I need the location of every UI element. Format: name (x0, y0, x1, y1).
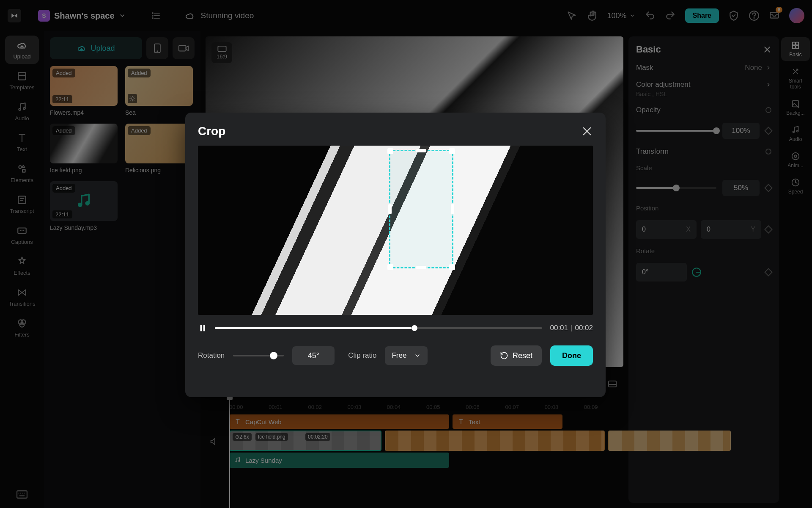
crop-handle-top[interactable] (416, 149, 426, 152)
close-icon[interactable] (581, 125, 593, 137)
crop-handle-bl[interactable] (387, 264, 393, 270)
clip-ratio-value: Free (392, 351, 406, 360)
clip-ratio-label: Clip ratio (348, 351, 376, 360)
crop-modal: Crop 00:01|00:02 Rotation 45° Clip ratio… (185, 113, 606, 397)
rotation-value[interactable]: 45° (292, 346, 335, 365)
crop-handle-left[interactable] (388, 204, 392, 214)
crop-handle-tr[interactable] (449, 148, 455, 154)
svg-rect-62 (203, 325, 205, 331)
crop-selection[interactable] (389, 150, 453, 268)
clip-ratio-dropdown[interactable]: Free (385, 346, 428, 365)
crop-stage[interactable] (198, 146, 593, 315)
crop-handle-right[interactable] (451, 204, 454, 214)
reset-button[interactable]: Reset (491, 345, 542, 366)
pause-icon[interactable] (198, 323, 207, 333)
crop-handle-br[interactable] (449, 264, 455, 270)
rotation-slider[interactable] (233, 355, 284, 356)
crop-footer: Rotation 45° Clip ratio Free Reset Done (198, 345, 593, 366)
rotation-label: Rotation (198, 351, 225, 360)
crop-transport: 00:01|00:02 (198, 323, 593, 333)
done-button[interactable]: Done (550, 345, 593, 366)
reset-icon (500, 351, 508, 360)
crop-handle-tl[interactable] (387, 148, 393, 154)
modal-title: Crop (198, 124, 225, 138)
chevron-down-icon (414, 352, 421, 359)
reset-label: Reset (513, 351, 532, 360)
crop-handle-bottom[interactable] (416, 266, 426, 269)
crop-seek-slider[interactable] (215, 327, 542, 329)
crop-seek-time: 00:01|00:02 (550, 324, 593, 332)
svg-rect-61 (200, 325, 202, 331)
